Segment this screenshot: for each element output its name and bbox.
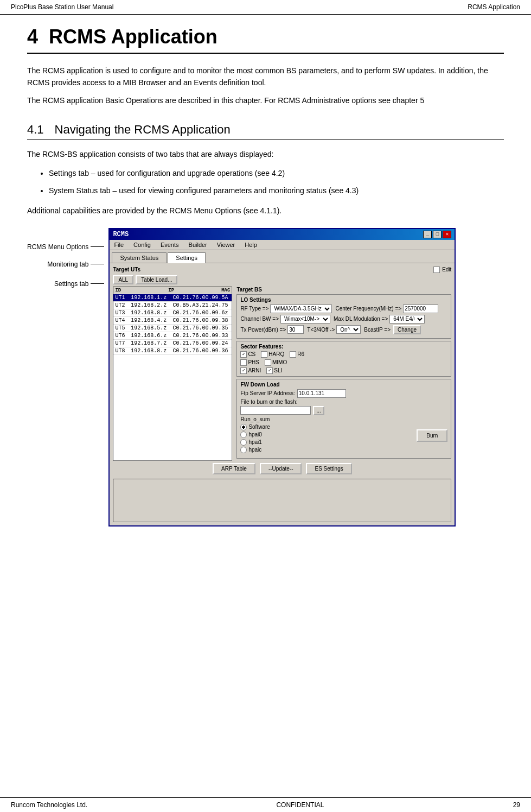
- rf-type-field: RF Type => WiMAX/DA-3.5GHz: [240, 304, 332, 313]
- tdd-field: T<3/4Off -> On^32: [307, 325, 361, 334]
- edit-checkbox[interactable]: [433, 267, 440, 273]
- phs-label: PHS: [248, 359, 259, 365]
- radio-hpai0: hpai0: [240, 432, 270, 438]
- empty-area: [113, 479, 451, 522]
- page-header: PicoPlus Base Station User Manual RCMS A…: [0, 0, 531, 15]
- window-title: RCMS: [113, 231, 129, 238]
- menu-options-label: RCMS Menu Options: [27, 243, 88, 251]
- tab-system-status[interactable]: System Status: [112, 252, 167, 263]
- mimo-checkbox[interactable]: [265, 359, 271, 366]
- bottom-buttons: ARP Table --Update-- ES Settings: [113, 461, 451, 477]
- tdd-select[interactable]: On^32: [336, 325, 361, 334]
- edit-label: Edit: [442, 267, 451, 272]
- r6-label: R6: [297, 351, 304, 357]
- menu-events[interactable]: Events: [158, 241, 181, 249]
- monitoring-tab-label-row: Monitoring tab: [47, 261, 104, 268]
- sector-features-title: Sector Features:: [240, 344, 447, 350]
- radio-hpai0-btn[interactable]: [240, 432, 247, 438]
- sector-row-2: PHS MIMO: [240, 359, 447, 366]
- file-row: File to burn or the flash:: [240, 399, 447, 405]
- arni-check-item: ARNI: [240, 367, 261, 374]
- ut-header: ID IP MAC: [113, 287, 232, 294]
- monitoring-tab-label: Monitoring tab: [47, 261, 88, 268]
- radio-software-btn[interactable]: [240, 424, 247, 430]
- es-settings-button[interactable]: ES Settings: [306, 463, 351, 474]
- list-item: System Status tab – used for viewing con…: [49, 185, 504, 196]
- window-titlebar: RCMS _ □ ✕: [110, 229, 455, 240]
- browse-button[interactable]: ...: [313, 406, 324, 415]
- center-freq-input[interactable]: [403, 304, 438, 313]
- center-freq-field: Center Frequency(MHz) =>: [335, 304, 438, 313]
- sector-row-1: CS HARQ R6: [240, 351, 447, 358]
- top-controls-left: Target UTs: [113, 267, 140, 272]
- arni-label: ARNI: [248, 367, 261, 373]
- sli-checkbox[interactable]: [266, 367, 273, 374]
- table-row[interactable]: UT3 192.168.8.z C0.21.76.00.09.6z: [113, 309, 232, 317]
- table-row[interactable]: UT2 192.168.2.z C0.B5.A3.21.24.75: [113, 302, 232, 309]
- arni-checkbox[interactable]: [240, 367, 247, 374]
- rf-type-select[interactable]: WiMAX/DA-3.5GHz: [270, 304, 332, 313]
- chapter-number: 4: [27, 26, 38, 48]
- r6-checkbox[interactable]: [290, 351, 296, 358]
- sli-label: SLI: [274, 367, 282, 373]
- change-button[interactable]: Change: [393, 325, 421, 334]
- cs-check-item: CS: [240, 351, 255, 358]
- section-title: Navigating the RCMS Application: [55, 123, 231, 137]
- header-left: PicoPlus Base Station User Manual: [11, 3, 113, 11]
- menu-config[interactable]: Config: [131, 241, 153, 249]
- table-row[interactable]: UT4 192.168.4.z C0.21.76.00.09.38: [113, 317, 232, 325]
- menu-help[interactable]: Help: [242, 241, 259, 249]
- tx-power-field: Tx Power(dBm) =>: [240, 325, 304, 334]
- window-menubar: File Config Events Builder Viewer Help: [110, 240, 455, 250]
- window-controls: _ □ ✕: [423, 231, 451, 238]
- update-button[interactable]: --Update--: [260, 463, 302, 474]
- channel-bw-field: Channel BW => Wimax<10M->: [240, 315, 330, 323]
- window-body: Target UTs Edit ALL Table Load...: [110, 263, 455, 525]
- bullet-list: Settings tab – used for configuration an…: [49, 167, 504, 197]
- menu-viewer[interactable]: Viewer: [215, 241, 237, 249]
- burn-button[interactable]: Burn: [417, 429, 447, 442]
- all-button[interactable]: ALL: [113, 275, 133, 284]
- run-row: Run_o_sum Software hpai0: [240, 416, 447, 455]
- tx-power-input[interactable]: [287, 325, 304, 334]
- chapter-heading: 4 RCMS Application: [27, 26, 504, 54]
- phs-checkbox[interactable]: [240, 359, 247, 366]
- intro-paragraph-1: The RCMS application is used to configur…: [27, 65, 504, 89]
- menu-file[interactable]: File: [112, 241, 126, 249]
- radio-hpai1: hpai1: [240, 439, 270, 446]
- cs-checkbox[interactable]: [240, 351, 247, 358]
- radio-hpai1-btn[interactable]: [240, 439, 247, 446]
- additional-capabilities: Additional capabilities are provided by …: [27, 205, 504, 217]
- table-row[interactable]: UT8 192.168.8.z C0.21.76.00.09.36: [113, 347, 232, 355]
- tab-settings[interactable]: Settings: [168, 252, 206, 263]
- mimo-check-item: MIMO: [265, 359, 287, 366]
- cs-label: CS: [248, 351, 255, 357]
- section-intro: The RCMS-BS application consists of two …: [27, 148, 504, 160]
- section-number: 4.1: [27, 123, 44, 137]
- footer-center: CONFIDENTIAL: [276, 801, 324, 809]
- sli-check-item: SLI: [266, 367, 282, 374]
- channel-bw-select[interactable]: Wimax<10M->: [280, 315, 330, 323]
- radio-hpaic-btn[interactable]: [240, 447, 247, 453]
- harq-label: HARQ: [268, 351, 284, 357]
- ftp-input[interactable]: [297, 389, 346, 398]
- table-load-button[interactable]: Table Load...: [136, 275, 177, 284]
- table-row[interactable]: UT5 192.168.5.z C0.21.76.00.09.35: [113, 325, 232, 332]
- lo-row-1: RF Type => WiMAX/DA-3.5GHz Center Freque…: [240, 304, 447, 313]
- table-row[interactable]: UT6 192.168.6.z C0.21.76.00.09.33: [113, 332, 232, 340]
- radio-hpaic: hpaic: [240, 447, 270, 453]
- list-item: Settings tab – used for configuration an…: [49, 167, 504, 179]
- table-row[interactable]: UT7 192.168.7.z C0.21.76.00.09.24: [113, 340, 232, 347]
- target-ut-label: Target UTs: [113, 267, 140, 272]
- fw-download-box: FW Down Load Ftp Server IP Address: File…: [236, 379, 451, 459]
- close-button[interactable]: ✕: [443, 231, 451, 238]
- arp-table-button[interactable]: ARP Table: [213, 463, 255, 474]
- minimize-button[interactable]: _: [423, 231, 432, 238]
- content-row: ID IP MAC UT1 192.168.1.z C0.21.76.00.09…: [113, 287, 451, 461]
- menu-builder[interactable]: Builder: [187, 241, 209, 249]
- restore-button[interactable]: □: [433, 231, 442, 238]
- max-dl-select[interactable]: 64M E4/6: [389, 315, 425, 323]
- table-row[interactable]: UT1 192.168.1.z C0.21.76.00.09.5A: [113, 294, 232, 302]
- file-input[interactable]: [240, 406, 311, 415]
- harq-checkbox[interactable]: [261, 351, 267, 358]
